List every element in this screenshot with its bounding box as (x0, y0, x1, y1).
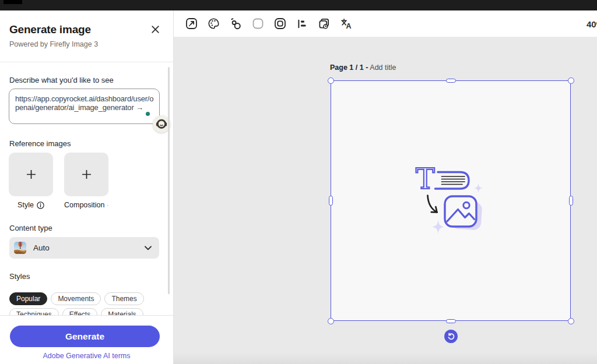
content-type-dropdown[interactable]: Auto (9, 237, 159, 259)
content-type-label: Content type (9, 224, 52, 232)
page-label[interactable]: Page 1 / 1 -Add title (330, 63, 396, 72)
extension-badge-dot (146, 112, 150, 116)
margins-button[interactable] (271, 15, 289, 33)
page-number: Page 1 / 1 - (330, 63, 368, 72)
window-top-bar (0, 0, 597, 10)
svg-text:T: T (416, 162, 435, 196)
svg-text:A: A (346, 22, 352, 30)
handle-top-left[interactable] (328, 77, 334, 84)
reference-images-label: Reference images (9, 139, 71, 148)
generate-button[interactable]: Generate (10, 326, 160, 347)
prompt-label: Describe what you'd like to see (9, 76, 114, 84)
copy-history-button[interactable] (315, 15, 333, 33)
canvas-area: Page 1 / 1 -Add title T (174, 37, 597, 364)
resize-button[interactable] (182, 15, 201, 33)
close-icon (151, 25, 160, 34)
prompt-input[interactable]: https://app.copyrocket.ai/dashboard/user… (9, 89, 160, 124)
handle-bottom-center[interactable] (446, 319, 456, 323)
animate-icon (229, 17, 242, 30)
theme-colors-button[interactable] (204, 15, 223, 33)
rotate-handle[interactable] (444, 330, 458, 343)
powered-by-label: Powered by Firefly Image 3 (9, 40, 98, 48)
balloon-thumbnail (14, 242, 26, 254)
align-left-icon (296, 18, 308, 30)
chevron-down-icon (145, 246, 152, 250)
handle-top-center[interactable] (446, 79, 456, 83)
palette-icon (208, 17, 220, 30)
prompt-arrow: → (136, 103, 143, 112)
background-swatch-icon (252, 17, 264, 30)
resize-icon (185, 17, 198, 30)
styles-pill-row-1: Popular Movements Themes (9, 292, 144, 305)
copy-history-icon (318, 17, 331, 30)
window-notch (3, 0, 22, 4)
handle-right-center[interactable] (569, 196, 573, 206)
align-button[interactable] (293, 15, 311, 33)
composition-upload-tile[interactable] (64, 153, 108, 196)
handle-bottom-left[interactable] (328, 318, 334, 324)
rotate-ccw-icon (447, 333, 455, 341)
pill-popular[interactable]: Popular (9, 292, 47, 305)
text-to-image-illustration: T (402, 151, 501, 239)
header-divider (0, 62, 174, 62)
translate-icon: A (340, 17, 353, 30)
close-panel-button[interactable] (148, 22, 162, 36)
plus-icon (26, 169, 36, 179)
background-button[interactable] (248, 15, 267, 33)
frame-icon (274, 17, 286, 30)
composition-label: Composition (64, 201, 104, 209)
translate-button[interactable]: A (337, 15, 356, 33)
styles-label: Styles (9, 272, 30, 281)
panel-title: Generate image (9, 23, 91, 36)
document-toolbar: A 40% (174, 10, 597, 37)
page-title-placeholder[interactable]: Add title (370, 63, 396, 72)
panel-footer: Generate Adobe Generative AI terms (0, 315, 173, 364)
pill-movements[interactable]: Movements (51, 292, 101, 305)
zoom-level[interactable]: 40% (587, 19, 597, 29)
composition-caption: Composition (64, 201, 108, 209)
panel-scrollbar[interactable] (168, 67, 170, 294)
info-icon[interactable] (107, 202, 108, 209)
info-icon[interactable] (37, 202, 44, 209)
animate-button[interactable] (226, 15, 245, 33)
prompt-text: https://app.copyrocket.ai/dashboard/user… (15, 94, 153, 112)
content-type-value: Auto (33, 243, 145, 252)
handle-bottom-right[interactable] (568, 318, 574, 324)
style-upload-tile[interactable] (9, 153, 53, 196)
pill-themes[interactable]: Themes (104, 292, 143, 305)
generate-image-panel: Generate image Powered by Firefly Image … (0, 10, 174, 364)
generative-ai-terms-link[interactable]: Adobe Generative AI terms (0, 352, 173, 360)
plus-icon (82, 169, 92, 179)
assistant-face-icon (154, 116, 169, 132)
style-caption: Style (9, 201, 53, 209)
handle-top-right[interactable] (568, 77, 574, 84)
style-label: Style (17, 201, 34, 209)
handle-left-center[interactable] (329, 196, 333, 206)
